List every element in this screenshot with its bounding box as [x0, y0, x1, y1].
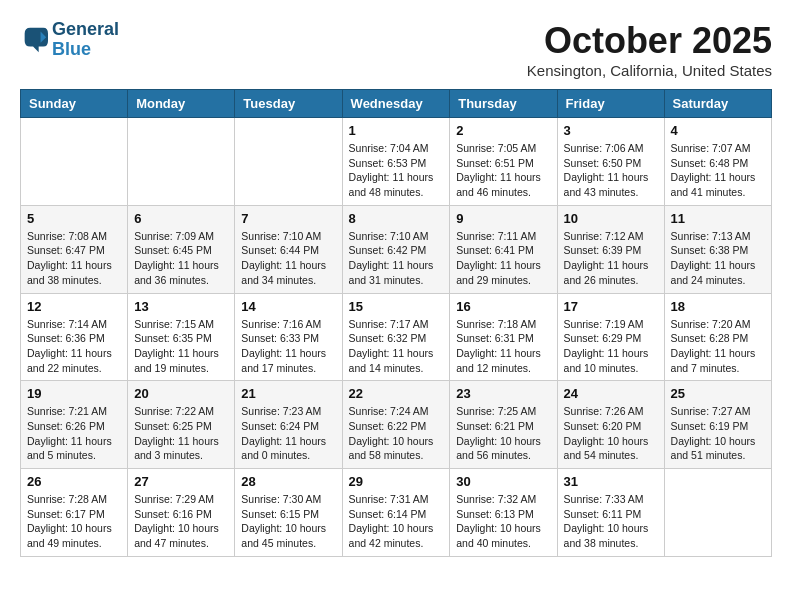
day-number: 2 [456, 123, 550, 138]
calendar-cell: 15Sunrise: 7:17 AM Sunset: 6:32 PM Dayli… [342, 293, 450, 381]
weekday-header-monday: Monday [128, 90, 235, 118]
day-number: 30 [456, 474, 550, 489]
day-number: 14 [241, 299, 335, 314]
calendar: SundayMondayTuesdayWednesdayThursdayFrid… [20, 89, 772, 557]
day-number: 15 [349, 299, 444, 314]
day-info: Sunrise: 7:10 AM Sunset: 6:44 PM Dayligh… [241, 229, 335, 288]
day-number: 10 [564, 211, 658, 226]
calendar-cell: 2Sunrise: 7:05 AM Sunset: 6:51 PM Daylig… [450, 118, 557, 206]
day-info: Sunrise: 7:18 AM Sunset: 6:31 PM Dayligh… [456, 317, 550, 376]
calendar-cell: 24Sunrise: 7:26 AM Sunset: 6:20 PM Dayli… [557, 381, 664, 469]
weekday-header-friday: Friday [557, 90, 664, 118]
weekday-header-thursday: Thursday [450, 90, 557, 118]
day-info: Sunrise: 7:08 AM Sunset: 6:47 PM Dayligh… [27, 229, 121, 288]
day-info: Sunrise: 7:09 AM Sunset: 6:45 PM Dayligh… [134, 229, 228, 288]
calendar-cell: 21Sunrise: 7:23 AM Sunset: 6:24 PM Dayli… [235, 381, 342, 469]
calendar-cell: 28Sunrise: 7:30 AM Sunset: 6:15 PM Dayli… [235, 469, 342, 557]
logo-icon [20, 26, 48, 54]
day-number: 24 [564, 386, 658, 401]
calendar-cell: 19Sunrise: 7:21 AM Sunset: 6:26 PM Dayli… [21, 381, 128, 469]
day-number: 4 [671, 123, 765, 138]
day-info: Sunrise: 7:16 AM Sunset: 6:33 PM Dayligh… [241, 317, 335, 376]
day-info: Sunrise: 7:27 AM Sunset: 6:19 PM Dayligh… [671, 404, 765, 463]
day-number: 28 [241, 474, 335, 489]
day-number: 5 [27, 211, 121, 226]
day-number: 23 [456, 386, 550, 401]
weekday-header-saturday: Saturday [664, 90, 771, 118]
calendar-cell: 25Sunrise: 7:27 AM Sunset: 6:19 PM Dayli… [664, 381, 771, 469]
weekday-header-row: SundayMondayTuesdayWednesdayThursdayFrid… [21, 90, 772, 118]
day-number: 1 [349, 123, 444, 138]
week-row-4: 19Sunrise: 7:21 AM Sunset: 6:26 PM Dayli… [21, 381, 772, 469]
calendar-cell: 7Sunrise: 7:10 AM Sunset: 6:44 PM Daylig… [235, 205, 342, 293]
day-number: 31 [564, 474, 658, 489]
day-info: Sunrise: 7:32 AM Sunset: 6:13 PM Dayligh… [456, 492, 550, 551]
day-info: Sunrise: 7:11 AM Sunset: 6:41 PM Dayligh… [456, 229, 550, 288]
calendar-cell [664, 469, 771, 557]
calendar-cell: 16Sunrise: 7:18 AM Sunset: 6:31 PM Dayli… [450, 293, 557, 381]
day-number: 8 [349, 211, 444, 226]
day-info: Sunrise: 7:30 AM Sunset: 6:15 PM Dayligh… [241, 492, 335, 551]
calendar-cell: 9Sunrise: 7:11 AM Sunset: 6:41 PM Daylig… [450, 205, 557, 293]
week-row-1: 1Sunrise: 7:04 AM Sunset: 6:53 PM Daylig… [21, 118, 772, 206]
calendar-cell [21, 118, 128, 206]
week-row-5: 26Sunrise: 7:28 AM Sunset: 6:17 PM Dayli… [21, 469, 772, 557]
calendar-cell: 14Sunrise: 7:16 AM Sunset: 6:33 PM Dayli… [235, 293, 342, 381]
calendar-cell: 29Sunrise: 7:31 AM Sunset: 6:14 PM Dayli… [342, 469, 450, 557]
day-info: Sunrise: 7:23 AM Sunset: 6:24 PM Dayligh… [241, 404, 335, 463]
day-number: 29 [349, 474, 444, 489]
day-info: Sunrise: 7:12 AM Sunset: 6:39 PM Dayligh… [564, 229, 658, 288]
day-number: 17 [564, 299, 658, 314]
logo-line2: Blue [52, 40, 119, 60]
logo: General Blue [20, 20, 119, 60]
day-number: 7 [241, 211, 335, 226]
day-number: 13 [134, 299, 228, 314]
calendar-cell: 18Sunrise: 7:20 AM Sunset: 6:28 PM Dayli… [664, 293, 771, 381]
day-number: 16 [456, 299, 550, 314]
calendar-cell: 20Sunrise: 7:22 AM Sunset: 6:25 PM Dayli… [128, 381, 235, 469]
day-number: 26 [27, 474, 121, 489]
title-block: October 2025 Kensington, California, Uni… [527, 20, 772, 79]
calendar-cell [128, 118, 235, 206]
day-number: 18 [671, 299, 765, 314]
day-info: Sunrise: 7:24 AM Sunset: 6:22 PM Dayligh… [349, 404, 444, 463]
day-number: 11 [671, 211, 765, 226]
calendar-cell: 22Sunrise: 7:24 AM Sunset: 6:22 PM Dayli… [342, 381, 450, 469]
day-number: 3 [564, 123, 658, 138]
calendar-cell: 4Sunrise: 7:07 AM Sunset: 6:48 PM Daylig… [664, 118, 771, 206]
day-info: Sunrise: 7:13 AM Sunset: 6:38 PM Dayligh… [671, 229, 765, 288]
calendar-cell: 13Sunrise: 7:15 AM Sunset: 6:35 PM Dayli… [128, 293, 235, 381]
day-info: Sunrise: 7:05 AM Sunset: 6:51 PM Dayligh… [456, 141, 550, 200]
page-header: General Blue October 2025 Kensington, Ca… [20, 20, 772, 79]
day-number: 20 [134, 386, 228, 401]
calendar-cell: 27Sunrise: 7:29 AM Sunset: 6:16 PM Dayli… [128, 469, 235, 557]
day-info: Sunrise: 7:15 AM Sunset: 6:35 PM Dayligh… [134, 317, 228, 376]
day-info: Sunrise: 7:25 AM Sunset: 6:21 PM Dayligh… [456, 404, 550, 463]
calendar-cell: 1Sunrise: 7:04 AM Sunset: 6:53 PM Daylig… [342, 118, 450, 206]
day-info: Sunrise: 7:19 AM Sunset: 6:29 PM Dayligh… [564, 317, 658, 376]
calendar-cell: 17Sunrise: 7:19 AM Sunset: 6:29 PM Dayli… [557, 293, 664, 381]
location: Kensington, California, United States [527, 62, 772, 79]
calendar-cell: 30Sunrise: 7:32 AM Sunset: 6:13 PM Dayli… [450, 469, 557, 557]
day-info: Sunrise: 7:17 AM Sunset: 6:32 PM Dayligh… [349, 317, 444, 376]
day-info: Sunrise: 7:31 AM Sunset: 6:14 PM Dayligh… [349, 492, 444, 551]
day-info: Sunrise: 7:07 AM Sunset: 6:48 PM Dayligh… [671, 141, 765, 200]
day-number: 6 [134, 211, 228, 226]
calendar-cell: 11Sunrise: 7:13 AM Sunset: 6:38 PM Dayli… [664, 205, 771, 293]
logo-line1: General [52, 20, 119, 40]
day-number: 25 [671, 386, 765, 401]
day-info: Sunrise: 7:14 AM Sunset: 6:36 PM Dayligh… [27, 317, 121, 376]
day-number: 12 [27, 299, 121, 314]
day-info: Sunrise: 7:04 AM Sunset: 6:53 PM Dayligh… [349, 141, 444, 200]
day-number: 27 [134, 474, 228, 489]
day-number: 22 [349, 386, 444, 401]
day-info: Sunrise: 7:22 AM Sunset: 6:25 PM Dayligh… [134, 404, 228, 463]
calendar-cell: 8Sunrise: 7:10 AM Sunset: 6:42 PM Daylig… [342, 205, 450, 293]
calendar-cell: 10Sunrise: 7:12 AM Sunset: 6:39 PM Dayli… [557, 205, 664, 293]
weekday-header-wednesday: Wednesday [342, 90, 450, 118]
day-info: Sunrise: 7:29 AM Sunset: 6:16 PM Dayligh… [134, 492, 228, 551]
week-row-2: 5Sunrise: 7:08 AM Sunset: 6:47 PM Daylig… [21, 205, 772, 293]
calendar-cell: 31Sunrise: 7:33 AM Sunset: 6:11 PM Dayli… [557, 469, 664, 557]
calendar-cell: 6Sunrise: 7:09 AM Sunset: 6:45 PM Daylig… [128, 205, 235, 293]
calendar-cell: 12Sunrise: 7:14 AM Sunset: 6:36 PM Dayli… [21, 293, 128, 381]
